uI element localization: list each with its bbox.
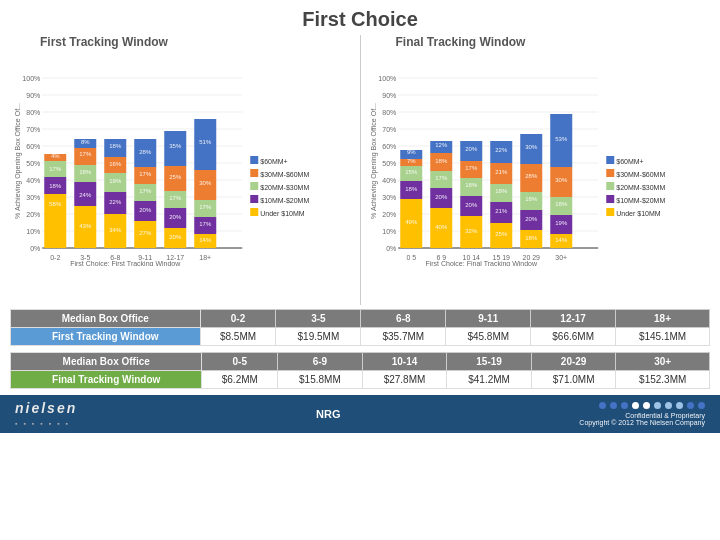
svg-text:30%: 30%: [26, 194, 40, 201]
svg-text:30%: 30%: [199, 180, 212, 186]
svg-text:60%: 60%: [26, 143, 40, 150]
svg-rect-189: [606, 156, 614, 164]
first-header-5: 18+: [616, 310, 710, 328]
second-val-5: $152.3MM: [616, 371, 710, 389]
svg-text:22%: 22%: [109, 199, 122, 205]
svg-text:21%: 21%: [495, 208, 508, 214]
svg-text:18%: 18%: [525, 235, 538, 241]
svg-text:21%: 21%: [495, 169, 508, 175]
svg-text:40%: 40%: [382, 177, 396, 184]
svg-text:18%: 18%: [465, 182, 478, 188]
svg-text:28%: 28%: [525, 173, 538, 179]
svg-text:17%: 17%: [435, 175, 448, 181]
left-chart-container: % Achieving Opening Box Office Of... 100…: [10, 51, 355, 271]
first-val-3: $45.8MM: [446, 328, 531, 346]
svg-text:16%: 16%: [109, 161, 122, 167]
second-val-3: $41.2MM: [447, 371, 532, 389]
right-chart-section: Final Tracking Window % Achieving Openin…: [366, 35, 711, 305]
svg-text:18%: 18%: [435, 158, 448, 164]
svg-rect-95: [250, 195, 258, 203]
svg-text:17%: 17%: [199, 221, 212, 227]
svg-text:14%: 14%: [199, 237, 212, 243]
svg-rect-89: [250, 156, 258, 164]
svg-text:18%: 18%: [79, 169, 92, 175]
svg-text:Under $10MM: Under $10MM: [260, 210, 305, 217]
right-chart-container: % Achieving Opening Box Office Of... 100…: [366, 51, 711, 271]
svg-rect-191: [606, 169, 614, 177]
svg-text:$60MM+: $60MM+: [616, 158, 643, 165]
first-header-3: 9-11: [446, 310, 531, 328]
svg-text:0%: 0%: [30, 245, 40, 252]
svg-text:20%: 20%: [465, 146, 478, 152]
dot-7: [665, 402, 672, 409]
svg-text:20%: 20%: [382, 211, 396, 218]
second-row-label: Final Tracking Window: [11, 371, 202, 389]
svg-text:30%: 30%: [382, 194, 396, 201]
page-title: First Choice: [0, 0, 720, 35]
dot-4: [632, 402, 639, 409]
dot-6: [654, 402, 661, 409]
dot-1: [599, 402, 606, 409]
svg-text:25%: 25%: [495, 231, 508, 237]
copyright-line2: Copyright © 2012 The Nielsen Company: [579, 419, 705, 426]
svg-text:20%: 20%: [169, 234, 182, 240]
svg-text:50%: 50%: [382, 160, 396, 167]
svg-text:10%: 10%: [26, 228, 40, 235]
first-table-header-row: Median Box Office 0-2 3-5 6-8 9-11 12-17…: [11, 310, 710, 328]
svg-text:28%: 28%: [139, 149, 152, 155]
svg-rect-197: [606, 208, 614, 216]
svg-text:30%: 30%: [525, 144, 538, 150]
svg-text:19%: 19%: [109, 178, 122, 184]
svg-text:30+: 30+: [555, 254, 567, 261]
svg-text:$10MM-$20MM: $10MM-$20MM: [260, 197, 309, 204]
svg-text:0 5: 0 5: [406, 254, 416, 261]
svg-text:17%: 17%: [169, 195, 182, 201]
dot-2: [610, 402, 617, 409]
svg-text:$30MM-$60MM: $30MM-$60MM: [260, 171, 309, 178]
svg-text:80%: 80%: [382, 109, 396, 116]
logo-subtitle: ▪ ▪ ▪ ▪ ▪ ▪ ▪: [15, 420, 70, 427]
right-chart-svg: % Achieving Opening Box Office Of... 100…: [366, 51, 711, 266]
svg-rect-91: [250, 169, 258, 177]
svg-text:58%: 58%: [49, 201, 62, 207]
svg-text:100%: 100%: [22, 75, 40, 82]
second-median-label: Median Box Office: [11, 353, 202, 371]
copyright-line1: Confidential & Proprietary: [579, 412, 705, 419]
left-chart-title: First Tracking Window: [10, 35, 168, 49]
svg-text:35%: 35%: [169, 143, 182, 149]
right-chart-title: Final Tracking Window: [366, 35, 526, 49]
final-tracking-table: Median Box Office 0-5 6-9 10-14 15-19 20…: [10, 352, 710, 389]
svg-text:17%: 17%: [465, 165, 478, 171]
svg-text:$30MM-$60MM: $30MM-$60MM: [616, 171, 665, 178]
svg-text:40%: 40%: [435, 224, 448, 230]
svg-text:8%: 8%: [81, 139, 90, 145]
first-val-5: $145.1MM: [616, 328, 710, 346]
second-header-4: 20-29: [531, 353, 616, 371]
first-tracking-table: Median Box Office 0-2 3-5 6-8 9-11 12-17…: [10, 309, 710, 346]
svg-text:90%: 90%: [26, 92, 40, 99]
svg-text:18%: 18%: [49, 183, 62, 189]
first-header-4: 12-17: [531, 310, 616, 328]
dot-3: [621, 402, 628, 409]
footer: nielsen ▪ ▪ ▪ ▪ ▪ ▪ ▪ NRG Confidential &…: [0, 395, 720, 433]
svg-text:% Achieving Opening Box Office: % Achieving Opening Box Office Of...: [370, 103, 378, 219]
svg-text:17%: 17%: [79, 151, 92, 157]
svg-text:12%: 12%: [435, 142, 448, 148]
svg-text:9%: 9%: [406, 149, 415, 155]
svg-text:18%: 18%: [555, 201, 568, 207]
footer-right-area: Confidential & Proprietary Copyright © 2…: [579, 402, 705, 426]
svg-rect-97: [250, 208, 258, 216]
svg-text:0%: 0%: [386, 245, 396, 252]
svg-text:20%: 20%: [435, 194, 448, 200]
svg-text:34%: 34%: [109, 227, 122, 233]
svg-text:$20MM-$30MM: $20MM-$30MM: [616, 184, 665, 191]
dot-8: [676, 402, 683, 409]
second-header-3: 15-19: [447, 353, 532, 371]
second-val-0: $6.2MM: [202, 371, 278, 389]
svg-text:43%: 43%: [79, 223, 92, 229]
svg-text:14%: 14%: [555, 237, 568, 243]
svg-text:80%: 80%: [26, 109, 40, 116]
dot-5: [643, 402, 650, 409]
footer-center-text: NRG: [316, 408, 340, 420]
svg-text:10%: 10%: [382, 228, 396, 235]
